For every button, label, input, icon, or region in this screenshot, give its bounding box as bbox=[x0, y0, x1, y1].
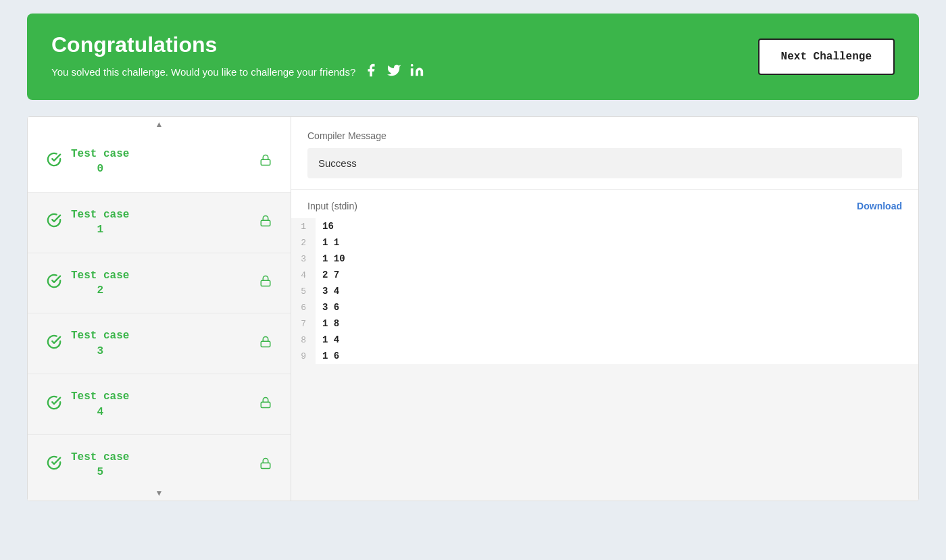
line-content: 1 10 bbox=[316, 251, 918, 267]
line-content: 1 8 bbox=[316, 315, 918, 332]
test-case-1-label: Test case1 bbox=[71, 207, 129, 238]
test-case-2-left: Test case2 bbox=[47, 268, 129, 299]
line-number: 4 bbox=[291, 268, 316, 283]
linkedin-icon[interactable] bbox=[409, 63, 424, 81]
lock-icon-2 bbox=[259, 275, 272, 290]
line-content: 16 bbox=[316, 218, 918, 234]
test-case-4-label: Test case4 bbox=[71, 389, 129, 419]
svg-point-0 bbox=[411, 64, 414, 67]
line-content: 3 4 bbox=[316, 283, 918, 299]
code-area[interactable]: 11621 131 1042 753 463 671 881 491 6 bbox=[291, 218, 918, 501]
test-case-0-left: Test case0 bbox=[47, 147, 129, 177]
svg-rect-4 bbox=[261, 341, 270, 347]
compiler-section-label: Compiler Message bbox=[307, 130, 902, 141]
test-case-3-left: Test case3 bbox=[47, 328, 129, 359]
input-header: Input (stdin) Download bbox=[291, 190, 918, 218]
code-line: 63 6 bbox=[291, 299, 918, 315]
twitter-icon[interactable] bbox=[387, 63, 401, 81]
lock-icon-3 bbox=[259, 336, 272, 351]
test-case-0-label: Test case0 bbox=[71, 147, 129, 177]
facebook-icon[interactable] bbox=[364, 63, 378, 81]
line-number: 5 bbox=[291, 284, 316, 299]
subtitle-text: You solved this challenge. Would you lik… bbox=[51, 66, 355, 78]
scroll-down-arrow[interactable]: ▼ bbox=[28, 486, 291, 501]
code-line: 81 4 bbox=[291, 332, 918, 348]
lock-icon-5 bbox=[259, 457, 272, 473]
check-icon-1 bbox=[47, 213, 61, 232]
compiler-message-box: Success bbox=[307, 148, 902, 178]
test-case-4-left: Test case4 bbox=[47, 389, 129, 419]
test-case-item-0[interactable]: Test case0 bbox=[28, 132, 291, 193]
code-line: 31 10 bbox=[291, 251, 918, 267]
right-panel: Compiler Message Success Input (stdin) D… bbox=[291, 117, 918, 501]
compiler-message-text: Success bbox=[318, 157, 357, 169]
compiler-section: Compiler Message Success bbox=[291, 117, 918, 190]
main-content: ▲ Test case0 Test case1 bbox=[27, 116, 919, 501]
line-number: 7 bbox=[291, 316, 316, 332]
lock-icon-1 bbox=[259, 215, 272, 230]
next-challenge-button[interactable]: Next Challenge bbox=[758, 39, 895, 75]
test-case-item-4[interactable]: Test case4 bbox=[28, 374, 291, 435]
code-line: 71 8 bbox=[291, 315, 918, 332]
congrats-left: Congratulations You solved this challeng… bbox=[51, 32, 424, 81]
test-case-2-label: Test case2 bbox=[71, 268, 129, 299]
line-number: 9 bbox=[291, 349, 316, 364]
svg-rect-6 bbox=[261, 463, 270, 468]
test-case-5-left: Test case5 bbox=[47, 450, 129, 480]
test-case-3-label: Test case3 bbox=[71, 328, 129, 359]
download-link[interactable]: Download bbox=[857, 201, 902, 211]
svg-rect-1 bbox=[261, 159, 270, 165]
line-number: 8 bbox=[291, 332, 316, 348]
test-cases-sidebar[interactable]: ▲ Test case0 Test case1 bbox=[28, 117, 291, 501]
input-section: Input (stdin) Download 11621 131 1042 75… bbox=[291, 190, 918, 501]
line-content: 1 6 bbox=[316, 348, 918, 364]
code-line: 91 6 bbox=[291, 348, 918, 364]
check-icon-5 bbox=[47, 455, 61, 474]
test-case-item-3[interactable]: Test case3 bbox=[28, 313, 291, 374]
check-icon-3 bbox=[47, 334, 61, 353]
lock-icon-4 bbox=[259, 397, 272, 412]
check-icon-2 bbox=[47, 274, 61, 292]
svg-rect-3 bbox=[261, 281, 270, 286]
test-case-item-1[interactable]: Test case1 bbox=[28, 193, 291, 253]
code-line: 116 bbox=[291, 218, 918, 234]
svg-rect-5 bbox=[261, 402, 270, 407]
line-number: 1 bbox=[291, 219, 316, 234]
test-case-5-label: Test case5 bbox=[71, 450, 129, 480]
scroll-up-arrow[interactable]: ▲ bbox=[28, 117, 291, 132]
lock-icon-0 bbox=[259, 154, 272, 170]
line-content: 1 4 bbox=[316, 332, 918, 348]
code-line: 21 1 bbox=[291, 234, 918, 251]
test-case-1-left: Test case1 bbox=[47, 207, 129, 238]
line-content: 1 1 bbox=[316, 234, 918, 251]
test-case-item-2[interactable]: Test case2 bbox=[28, 253, 291, 314]
congrats-subtitle: You solved this challenge. Would you lik… bbox=[51, 63, 424, 81]
line-number: 2 bbox=[291, 235, 316, 251]
check-icon-0 bbox=[47, 152, 61, 171]
congrats-title: Congratulations bbox=[51, 32, 424, 57]
input-section-label: Input (stdin) bbox=[307, 201, 357, 211]
code-line: 53 4 bbox=[291, 283, 918, 299]
check-icon-4 bbox=[47, 395, 61, 414]
line-number: 6 bbox=[291, 300, 316, 315]
line-content: 3 6 bbox=[316, 299, 918, 315]
congrats-banner: Congratulations You solved this challeng… bbox=[27, 14, 919, 100]
svg-rect-2 bbox=[261, 220, 270, 226]
code-line: 42 7 bbox=[291, 267, 918, 283]
line-number: 3 bbox=[291, 251, 316, 267]
line-content: 2 7 bbox=[316, 267, 918, 283]
